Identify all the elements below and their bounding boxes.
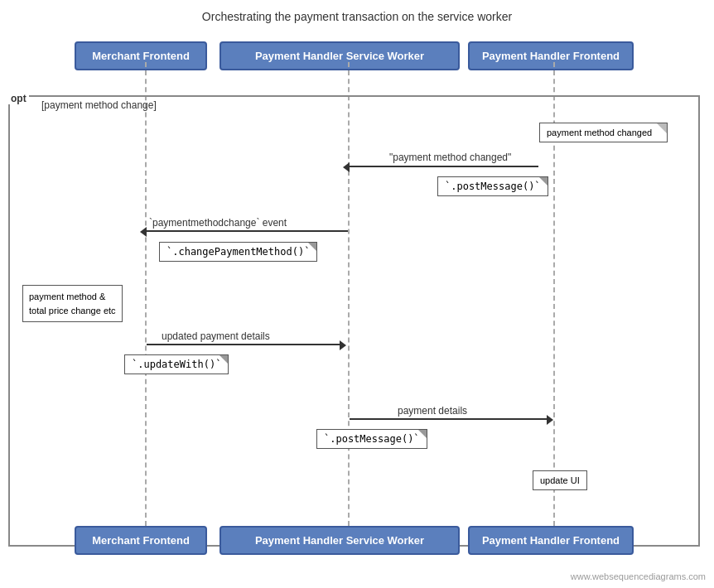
method-changepaymentmethod: `.changePaymentMethod()`: [159, 242, 317, 262]
opt-condition: [payment method change]: [41, 99, 157, 111]
opt-label: opt: [8, 93, 29, 104]
diagram-container: Orchestrating the payment transaction on…: [0, 0, 714, 588]
label-updated-payment-details: updated payment details: [162, 330, 270, 342]
actor-merchant-bottom: Merchant Frontend: [75, 526, 207, 555]
diagram-title: Orchestrating the payment transaction on…: [0, 0, 714, 23]
actor-frontend-top: Payment Handler Frontend: [468, 41, 634, 70]
actor-frontend-bottom: Payment Handler Frontend: [468, 526, 634, 555]
label-paymentmethodchange: `paymentmethodchange` event: [149, 217, 287, 229]
arrow-updated-payment-details: [147, 344, 340, 345]
note-update-ui: update UI: [533, 470, 587, 490]
actor-service-worker-bottom: Payment Handler Service Worker: [220, 526, 460, 555]
method-postmessage-2: `.postMessage()`: [316, 429, 427, 449]
method-postmessage-1: `.postMessage()`: [437, 176, 548, 196]
note-payment-method-changed: payment method changed: [539, 123, 668, 142]
actor-service-worker-top: Payment Handler Service Worker: [220, 41, 460, 70]
actor-merchant-top: Merchant Frontend: [75, 41, 207, 70]
arrow-paymentmethodchange: [147, 230, 348, 232]
watermark: www.websequencediagrams.com: [571, 571, 706, 581]
arrow-payment-details: [350, 418, 547, 420]
method-updatewith: `.updateWith()`: [124, 354, 229, 374]
arrow-payment-method-changed: [350, 166, 538, 167]
side-note-payment-method: payment method &total price change etc: [22, 285, 123, 322]
label-payment-method-changed: "payment method changed": [389, 152, 511, 163]
label-payment-details: payment details: [398, 405, 467, 417]
